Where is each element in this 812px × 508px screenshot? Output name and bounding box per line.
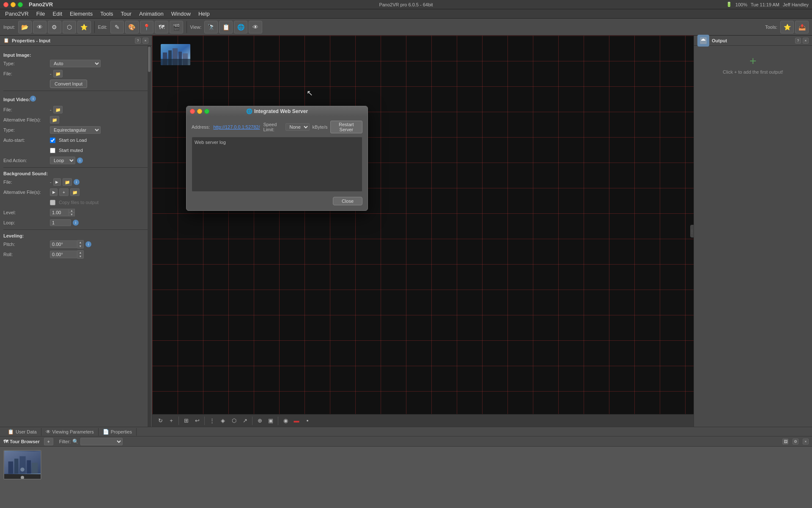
edit-btn-4[interactable]: 🗺 (155, 21, 168, 33)
web-server-dialog[interactable]: 🌐 Integrated Web Server Address: http://… (186, 106, 368, 211)
edit-btn-5[interactable]: 🎬 (170, 21, 183, 33)
canvas-view-btn[interactable]: ◉ (281, 416, 290, 425)
canvas-undo-btn[interactable]: ↩ (192, 416, 202, 425)
pitch-down-btn[interactable]: ▼ (77, 244, 83, 248)
input-btn-4[interactable]: ⬡ (63, 21, 76, 33)
menu-elements[interactable]: Elements (66, 10, 96, 18)
bg-alt-add-btn[interactable]: + (59, 188, 69, 196)
level-up-btn[interactable]: ▲ (69, 209, 75, 213)
copy-files-checkbox[interactable] (50, 200, 55, 205)
tab-user-data[interactable]: 📋 User Data (3, 428, 41, 436)
view-btn-1[interactable]: 🔭 (204, 21, 218, 33)
tour-browser-settings-btn[interactable]: ⚙ (793, 439, 798, 444)
canvas-grid-btn[interactable]: ⊞ (181, 416, 191, 425)
edit-btn-1[interactable]: ✎ (110, 21, 124, 33)
level-input[interactable] (50, 209, 69, 216)
canvas-crosshair-btn[interactable]: ⊕ (255, 416, 264, 425)
video-type-select[interactable]: Equirectangular (50, 126, 101, 134)
canvas-add-btn[interactable]: + (167, 416, 176, 425)
tab-viewing-params[interactable]: 👁 Viewing Parameters (41, 428, 99, 436)
convert-input-btn[interactable]: Convert Input (50, 80, 87, 88)
dialog-min-btn[interactable] (197, 109, 202, 114)
roll-input[interactable] (50, 251, 77, 258)
roll-down-btn[interactable]: ▼ (77, 254, 83, 258)
tools-btn-2[interactable]: 📤 (795, 21, 809, 33)
canvas-polygon-btn[interactable]: ◈ (218, 416, 228, 425)
input-btn-1[interactable]: 📂 (18, 21, 32, 33)
end-action-info[interactable]: i (77, 157, 83, 163)
filter-select[interactable] (80, 438, 123, 445)
add-output-btn[interactable]: + (746, 54, 760, 68)
bg-play-btn[interactable]: ▶ (53, 178, 61, 186)
dialog-close-btn[interactable] (190, 109, 195, 114)
loop-info[interactable]: i (73, 220, 79, 226)
canvas-grid[interactable]: ↖ (152, 36, 694, 427)
menu-help[interactable]: Help (195, 10, 213, 18)
edit-btn-3[interactable]: 📍 (140, 21, 154, 33)
canvas-select-btn[interactable]: ▪ (303, 416, 312, 425)
input-btn-5[interactable]: ⭐ (77, 21, 91, 33)
menu-animation[interactable]: Animation (136, 10, 167, 18)
view-btn-4[interactable]: 👁 (249, 21, 262, 33)
canvas-sep-1 (178, 417, 179, 425)
file-browse-btn[interactable]: 📁 (53, 70, 63, 77)
view-btn-3[interactable]: 🌐 (234, 21, 247, 33)
address-link[interactable]: http://127.0.0.1:52782/ (213, 124, 260, 130)
bg-browse-btn[interactable]: 📁 (63, 178, 72, 186)
canvas-thumbnail[interactable] (161, 44, 190, 65)
dialog-max-btn[interactable] (204, 109, 209, 114)
tools-btn-1[interactable]: ⭐ (780, 21, 794, 33)
canvas-crop-btn[interactable]: ▣ (266, 416, 275, 425)
video-file-browse-btn[interactable]: 📁 (53, 106, 63, 113)
output-help-btn[interactable]: ? (795, 38, 801, 44)
output-close-btn[interactable]: × (803, 38, 809, 44)
maximize-button[interactable] (18, 2, 23, 7)
bg-alt-browse-btn[interactable]: 📁 (70, 188, 80, 196)
menu-edit[interactable]: Edit (49, 10, 66, 18)
pitch-info[interactable]: i (85, 241, 91, 247)
bg-alt-play-btn[interactable]: ▶ (50, 188, 58, 196)
loop-input[interactable] (50, 219, 71, 226)
canvas-shape-btn[interactable]: ⬡ (229, 416, 239, 425)
panel-help-btn[interactable]: ? (135, 38, 141, 44)
canvas-rotate-btn[interactable]: ↻ (156, 416, 165, 425)
input-btn-2[interactable]: 👁 (33, 21, 47, 33)
restart-server-btn[interactable]: Restart Server (330, 121, 362, 133)
dialog-footer: Close (192, 195, 362, 206)
alt-files-browse-btn[interactable]: 📁 (50, 116, 59, 124)
input-video-info[interactable]: i (30, 96, 36, 102)
roll-up-btn[interactable]: ▲ (77, 251, 83, 254)
canvas-transform-btn[interactable]: ⋮ (207, 416, 217, 425)
tour-browser-add-btn[interactable]: + (44, 438, 53, 445)
bg-info[interactable]: i (74, 179, 80, 185)
menu-tour[interactable]: Tour (118, 10, 135, 18)
canvas-resize-handle[interactable]: ⋮ (690, 225, 694, 237)
menu-pano2vr[interactable]: Pano2VR (2, 10, 32, 18)
menu-tools[interactable]: Tools (97, 10, 116, 18)
start-on-load-checkbox[interactable] (50, 138, 55, 143)
close-button[interactable] (3, 2, 8, 7)
tab-properties[interactable]: 📄 Properties (99, 428, 137, 436)
canvas-color-btn[interactable]: ▬ (292, 416, 301, 425)
level-down-btn[interactable]: ▼ (69, 213, 75, 216)
minimize-button[interactable] (11, 2, 16, 7)
canvas-move-btn[interactable]: ↗ (240, 416, 250, 425)
edit-btn-2[interactable]: 🎨 (125, 21, 139, 33)
panel-close-btn[interactable]: × (143, 38, 148, 44)
menu-file[interactable]: File (33, 10, 49, 18)
tour-browser-close-btn[interactable]: × (803, 439, 809, 444)
tour-browser-view-btn[interactable]: 🖼 (782, 439, 788, 444)
dialog-close-button[interactable]: Close (333, 197, 362, 205)
pitch-up-btn[interactable]: ▲ (77, 240, 83, 244)
view-btn-2[interactable]: 📋 (219, 21, 233, 33)
type-select[interactable]: Auto Equirectangular Cube Faces (50, 60, 101, 67)
speed-limit-select[interactable]: None 128 256 512 1024 (285, 123, 310, 131)
menu-window[interactable]: Window (168, 10, 194, 18)
start-muted-value: Start muted (50, 148, 148, 153)
scroll-indicator[interactable] (148, 46, 151, 427)
pitch-input[interactable] (50, 240, 77, 248)
tour-thumbnail-item[interactable] (3, 450, 41, 480)
input-btn-3[interactable]: ⚙ (48, 21, 61, 33)
end-action-select[interactable]: Loop Stop (50, 157, 75, 164)
start-muted-checkbox[interactable] (50, 148, 55, 153)
